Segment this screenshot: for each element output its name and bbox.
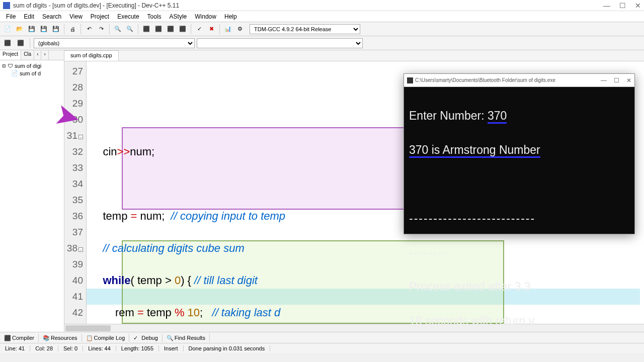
status-sel: Sel: 0 [58,345,83,351]
status-length: Length: 1055 [116,345,159,351]
window-title: sum of digits - [sum of digits.dev] - [E… [13,2,179,9]
compile-icon[interactable]: ⬛ [141,24,152,35]
status-mode: Insert [159,345,184,351]
maximize-button[interactable]: ☐ [619,2,626,10]
save-as-icon[interactable]: 💾 [50,24,61,35]
editor-tab[interactable]: sum of digits.cpp [64,50,119,61]
file-icon: 📄 [11,70,18,76]
status-lines: Lines: 44 [83,345,116,351]
project-sidebar: Project Cla ‹ › ⊟ 🛡 sum of digi 📄 sum of… [0,50,64,332]
window-titlebar: sum of digits - [sum of digits.dev] - [E… [0,0,644,11]
secondary-toolbar: ⬛ ⬛ (globals) [0,36,644,50]
status-line: Line: 41 [0,345,30,351]
new-file-icon[interactable]: 📄 [2,24,13,35]
console-titlebar: C:\Users\smarty\Documents\Bluetooth Fold… [404,74,634,87]
tool-icon[interactable]: ⚙ [234,24,246,35]
minimize-button[interactable]: — [603,2,610,10]
tree-project-root[interactable]: ⊟ 🛡 sum of digi [2,62,62,69]
console-icon [407,77,413,83]
console-maximize[interactable]: ☐ [614,77,619,84]
code-content[interactable]: cin>>num; temp = num; // copying input t… [87,61,372,324]
menu-bar: File Edit Search View Project Execute To… [0,11,644,22]
members-select[interactable] [197,38,363,48]
menu-window[interactable]: Window [191,13,220,20]
profile-icon[interactable]: 📊 [222,24,233,35]
tab-compile-log[interactable]: 📋Compile Log [82,334,130,342]
tab-debug[interactable]: ✓Debug [129,334,162,342]
save-all-icon[interactable]: 💾 [38,24,49,35]
goto-icon[interactable]: ⬛ [2,38,13,49]
console-title-text: C:\Users\smarty\Documents\Bluetooth Fold… [415,77,555,83]
status-parse: Done parsing in 0.031 seconds [184,345,271,351]
console-minimize[interactable]: — [601,77,607,84]
tab-resources[interactable]: 📚Resources [39,334,82,342]
close-button[interactable]: ✕ [635,2,641,10]
run-icon[interactable]: ⬛ [153,24,164,35]
status-col: Col: 28 [30,345,58,351]
menu-tools[interactable]: Tools [143,13,166,20]
undo-icon[interactable]: ↶ [84,24,95,35]
app-icon [3,2,10,9]
sidebar-tab-project[interactable]: Project [0,50,21,60]
debug-icon[interactable]: ✓ [194,24,205,35]
globals-select[interactable]: (globals) [34,38,195,48]
line-gutter: 272829 3031- 323334 353637 38-39 404142 [64,61,87,324]
menu-project[interactable]: Project [87,13,113,20]
main-toolbar: 📄 📂 💾 💾 💾 🖨 ↶ ↷ 🔍 🔍 ⬛ ⬛ ⬛ ⬛ ✓ ✖ 📊 ⚙ TDM-… [0,22,644,36]
menu-execute[interactable]: Execute [113,13,143,20]
compiler-select[interactable]: TDM-GCC 4.9.2 64-bit Release [250,24,360,34]
menu-help[interactable]: Help [220,13,241,20]
sidebar-tab-classes[interactable]: Cla [21,50,34,60]
menu-edit[interactable]: Edit [20,13,38,20]
replace-icon[interactable]: 🔍 [124,24,135,35]
sidebar-tab-next[interactable]: › [41,50,48,60]
rebuild-icon[interactable]: ⬛ [177,24,188,35]
tab-compiler[interactable]: ⬛Compiler [0,334,39,342]
open-icon[interactable]: 📂 [14,24,25,35]
stop-icon[interactable]: ✖ [206,24,217,35]
bookmark-icon[interactable]: ⬛ [15,38,26,49]
menu-search[interactable]: Search [38,13,65,20]
menu-file[interactable]: File [2,13,20,20]
save-icon[interactable]: 💾 [26,24,37,35]
tab-find-results[interactable]: 🔍Find Results [163,334,210,342]
print-icon[interactable]: 🖨 [67,24,78,35]
menu-astyle[interactable]: AStyle [166,13,191,20]
redo-icon[interactable]: ↷ [96,24,107,35]
sidebar-tab-prev[interactable]: ‹ [34,50,41,60]
shield-icon: 🛡 [8,63,13,69]
tree-file-item[interactable]: 📄 sum of d [2,69,62,77]
console-close[interactable]: ✕ [626,77,631,84]
compile-run-icon[interactable]: ⬛ [165,24,176,35]
console-window: C:\Users\smarty\Documents\Bluetooth Fold… [404,73,635,234]
find-icon[interactable]: 🔍 [112,24,123,35]
console-output: Enter Number: 370 370 is Armstrong Numbe… [404,87,634,362]
menu-view[interactable]: View [65,13,87,20]
